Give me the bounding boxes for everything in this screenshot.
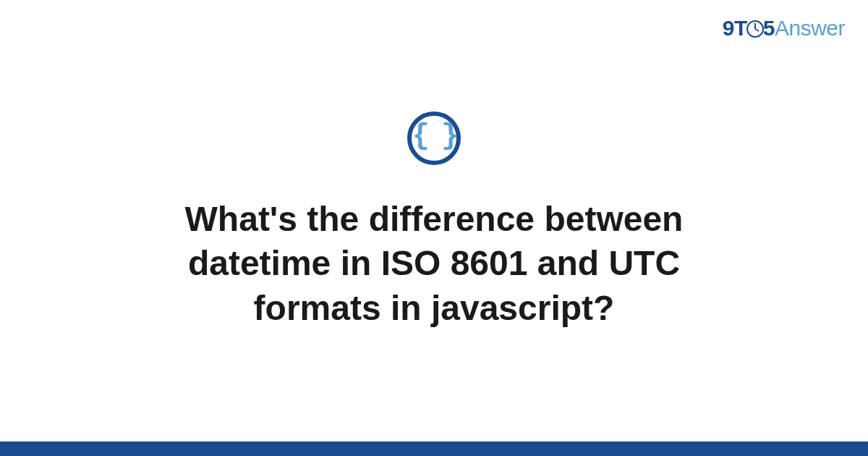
question-title: What's the difference between datetime i… — [101, 197, 767, 330]
code-braces-icon: { } — [412, 122, 456, 151]
main-content: { } What's the difference between dateti… — [0, 0, 868, 442]
category-icon-circle: { } — [407, 111, 461, 165]
bottom-accent-bar — [0, 442, 868, 456]
